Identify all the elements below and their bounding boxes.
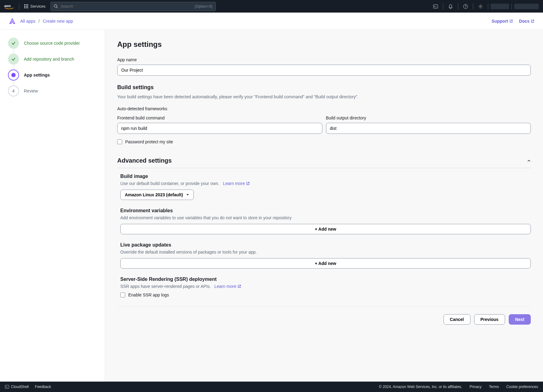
output-dir-label: Build output directory: [326, 115, 531, 120]
caret-down-icon: [186, 193, 189, 196]
frontend-cmd-label: Frontend build command: [117, 115, 322, 120]
svg-rect-1: [24, 4, 25, 5]
svg-rect-6: [27, 6, 28, 7]
support-label: Support: [492, 19, 508, 24]
copyright-text: © 2024, Amazon Web Services, Inc. or its…: [379, 385, 462, 389]
output-dir-input[interactable]: [326, 123, 531, 134]
advanced-settings-toggle[interactable]: Advanced settings: [117, 153, 531, 168]
cookie-link[interactable]: Cookie preferences: [506, 385, 538, 389]
svg-text:?: ?: [465, 5, 466, 8]
divider: [473, 3, 473, 9]
divider: [458, 3, 458, 9]
help-icon[interactable]: ?: [461, 2, 470, 11]
content-area: App settings App name Build settings You…: [105, 30, 543, 382]
learn-more-label: Learn more: [214, 284, 236, 289]
check-icon: [11, 57, 16, 61]
previous-button[interactable]: Previous: [474, 314, 505, 325]
svg-rect-7: [24, 7, 25, 8]
cloudshell-icon[interactable]: [431, 2, 440, 11]
svg-rect-12: [433, 5, 438, 8]
account-menu[interactable]: [514, 4, 539, 9]
live-add-new-button[interactable]: + Add new: [120, 258, 531, 269]
breadcrumb: All apps / Create new app: [20, 19, 73, 24]
svg-rect-4: [24, 6, 25, 7]
cloudshell-link[interactable]: CloudShell: [5, 385, 29, 389]
cancel-button[interactable]: Cancel: [444, 314, 470, 325]
support-link[interactable]: Support: [492, 19, 513, 24]
breadcrumb-create-app[interactable]: Create new app: [43, 19, 73, 24]
settings-icon[interactable]: [476, 2, 485, 11]
svg-point-15: [480, 6, 481, 7]
frontend-cmd-input[interactable]: [117, 123, 322, 134]
divider: [511, 3, 512, 9]
step-label: App settings: [24, 73, 50, 77]
search-box[interactable]: [Option+S]: [51, 2, 216, 11]
search-input[interactable]: [61, 4, 195, 9]
app-name-input[interactable]: [117, 65, 531, 76]
password-protect-label: Password protect my site: [125, 139, 173, 144]
step-review[interactable]: 4 Review: [8, 85, 97, 96]
build-settings-title: Build settings: [117, 84, 531, 91]
bottom-bar: CloudShell Feedback © 2024, Amazon Web S…: [0, 382, 543, 392]
aws-logo[interactable]: aws: [4, 3, 14, 9]
external-link-icon: [238, 285, 241, 288]
breadcrumb-all-apps[interactable]: All apps: [20, 19, 36, 24]
step-label: Choose source code provider: [24, 41, 80, 46]
build-image-selected: Amazon Linux 2023 (default): [125, 192, 183, 197]
step-app-settings[interactable]: App settings: [8, 70, 97, 81]
divider: [19, 3, 19, 9]
cloudshell-icon: [5, 385, 9, 389]
svg-rect-8: [26, 7, 27, 8]
step-label: Add repository and branch: [24, 57, 74, 62]
grid-icon: [24, 4, 28, 9]
build-settings-desc: Your build settings have been detected a…: [117, 94, 531, 100]
env-vars-title: Environment variables: [120, 208, 531, 213]
env-vars-desc: Add environment variables to use variabl…: [120, 215, 531, 220]
next-button[interactable]: Next: [509, 314, 531, 325]
live-updates-title: Live package updates: [120, 242, 531, 248]
live-updates-desc: Override the default installed versions …: [120, 250, 531, 254]
services-menu[interactable]: Services: [24, 4, 46, 9]
svg-rect-9: [27, 7, 28, 8]
divider: [488, 3, 488, 9]
svg-rect-16: [5, 385, 9, 389]
region-selector[interactable]: [491, 4, 509, 9]
ssr-desc: SSR apps have server-rendered pages or A…: [120, 284, 211, 289]
build-image-title: Build image: [120, 174, 531, 179]
svg-rect-2: [26, 4, 27, 5]
external-link-icon: [246, 182, 250, 185]
ssr-logs-checkbox[interactable]: [120, 292, 125, 297]
docs-label: Docs: [519, 19, 530, 24]
step-source-provider[interactable]: Choose source code provider: [8, 38, 97, 49]
docs-link[interactable]: Docs: [519, 19, 534, 24]
learn-more-label: Learn more: [223, 181, 245, 186]
search-shortcut-hint: [Option+S]: [195, 4, 212, 9]
svg-rect-5: [26, 6, 27, 7]
auto-detect-label: Auto-detected frameworks: [117, 106, 531, 111]
services-label: Services: [30, 4, 46, 9]
breadcrumb-bar: All apps / Create new app Support Docs: [0, 13, 543, 30]
build-image-learn-more[interactable]: Learn more: [223, 181, 250, 186]
advanced-settings-title: Advanced settings: [117, 157, 172, 164]
terms-link[interactable]: Terms: [489, 385, 499, 389]
step-number: 4: [8, 85, 19, 96]
password-protect-checkbox[interactable]: [117, 139, 122, 144]
build-image-desc: Use our default build container, or prov…: [120, 181, 219, 186]
feedback-link[interactable]: Feedback: [35, 385, 51, 389]
build-image-dropdown[interactable]: Amazon Linux 2023 (default): [120, 190, 194, 200]
svg-point-10: [54, 4, 57, 7]
svg-text:aws: aws: [4, 4, 11, 7]
check-icon: [11, 41, 16, 45]
svg-rect-3: [27, 4, 28, 5]
svg-line-11: [57, 7, 58, 8]
external-link-icon: [509, 19, 513, 23]
privacy-link[interactable]: Privacy: [470, 385, 481, 389]
ssr-learn-more[interactable]: Learn more: [214, 284, 241, 289]
wizard-sidebar: Choose source code provider Add reposito…: [0, 30, 105, 382]
step-repository[interactable]: Add repository and branch: [8, 54, 97, 65]
env-add-new-button[interactable]: + Add new: [120, 224, 531, 234]
wizard-actions: Cancel Previous Next: [117, 307, 531, 325]
divider: [443, 3, 443, 9]
app-name-label: App name: [117, 57, 531, 62]
notifications-icon[interactable]: [446, 2, 455, 11]
